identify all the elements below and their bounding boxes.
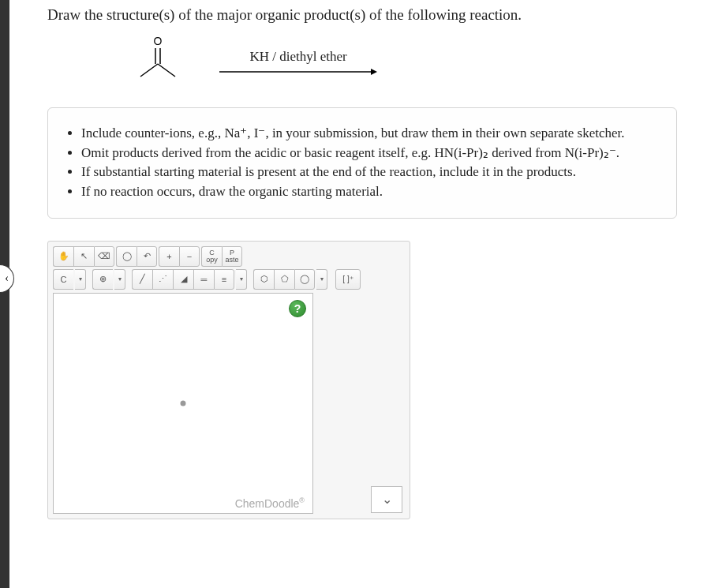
dashed-bond-icon[interactable]: ⋰ [152, 269, 173, 290]
paste-button[interactable]: P aste [222, 246, 242, 267]
reagent-label: KH / diethyl ether [249, 49, 346, 65]
instruction-item: Omit products derived from the acidic or… [81, 144, 662, 163]
charge-dropdown-icon[interactable]: ▾ [114, 269, 125, 290]
oxygen-label: O [154, 36, 163, 47]
single-bond-icon[interactable]: ╱ [132, 269, 152, 290]
toolbar-row-1: ✋ ↖ ⌫ ◯ ↶ + − C opy [53, 246, 405, 267]
copy-button[interactable]: C opy [201, 246, 222, 267]
expand-sketcher-button[interactable]: ⌄ [371, 486, 402, 513]
zoom-in-icon[interactable]: + [159, 246, 179, 267]
reaction-scheme: O KH / diethyl ether [126, 35, 677, 92]
collapse-tab[interactable]: ‹ [0, 264, 14, 293]
instruction-item: If no reaction occurs, draw the organic … [81, 182, 662, 202]
sketcher-panel: ✋ ↖ ⌫ ◯ ↶ + − C opy [47, 241, 410, 519]
zoom-out-icon[interactable]: − [179, 246, 200, 267]
question-title: Draw the structure(s) of the major organ… [47, 6, 677, 24]
cursor-tool-icon[interactable]: ↖ [73, 246, 94, 267]
triple-bond-icon[interactable]: ≡ [214, 269, 234, 290]
chevron-down-icon: ⌄ [382, 492, 392, 507]
bracket-tool-icon[interactable]: [ ]⁺ [335, 269, 361, 290]
instructions-box: Include counter-ions, e.g., Na⁺, I⁻, in … [47, 107, 677, 219]
lasso-tool-icon[interactable]: ◯ [116, 246, 137, 267]
left-edge-bar [0, 0, 9, 588]
toolbar-row-2: C ▾ ⊕ ▾ ╱ ⋰ ◢ ═ ≡ ▾ ⬡ ⬠ ◯ [53, 269, 405, 290]
element-dropdown-icon[interactable]: ▾ [75, 269, 86, 290]
undo-tool-icon[interactable]: ↶ [137, 246, 157, 267]
instruction-item: If substantial starting material is pres… [81, 163, 662, 182]
instruction-item: Include counter-ions, e.g., Na⁺, I⁻, in … [81, 124, 662, 144]
svg-line-2 [140, 64, 158, 77]
ring-dropdown-icon[interactable]: ▾ [316, 269, 327, 290]
chevron-left-icon: ‹ [5, 272, 9, 285]
reaction-arrow-icon [219, 66, 377, 77]
benzene-ring-icon[interactable]: ◯ [294, 269, 315, 290]
pentagon-ring-icon[interactable]: ⬠ [274, 269, 294, 290]
bond-dropdown-icon[interactable]: ▾ [236, 269, 247, 290]
chemdoodle-branding: ChemDoodle® [235, 496, 305, 510]
drawing-canvas[interactable]: ? ChemDoodle® [53, 293, 313, 514]
hexagon-ring-icon[interactable]: ⬡ [253, 269, 274, 290]
erase-tool-icon[interactable]: ⌫ [94, 246, 114, 267]
hand-tool-icon[interactable]: ✋ [53, 246, 73, 267]
starting-material-icon: O [126, 36, 189, 91]
wedge-bond-icon[interactable]: ◢ [173, 269, 193, 290]
element-button[interactable]: C [53, 269, 73, 290]
charge-button-icon[interactable]: ⊕ [92, 269, 113, 290]
svg-line-3 [158, 64, 175, 77]
help-icon[interactable]: ? [289, 300, 306, 317]
double-bond-icon[interactable]: ═ [193, 269, 214, 290]
svg-marker-5 [371, 69, 377, 75]
canvas-center-dot-icon [181, 400, 186, 406]
